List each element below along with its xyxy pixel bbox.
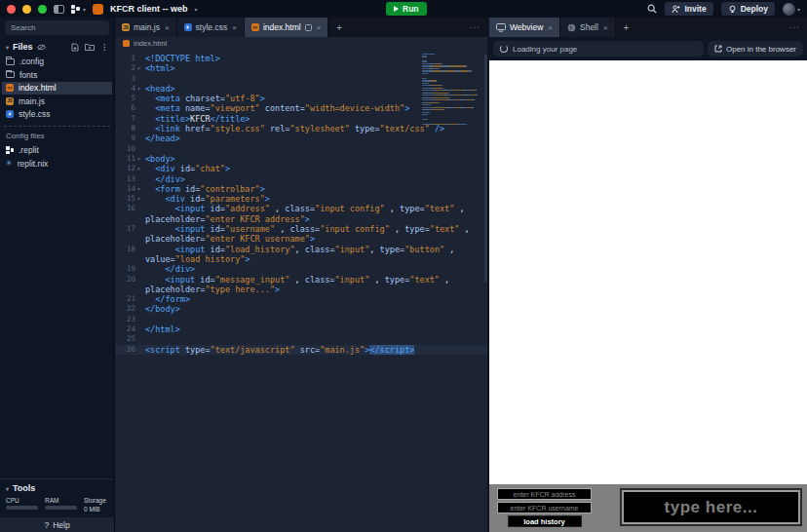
person-plus-icon bbox=[672, 5, 680, 14]
new-right-tab-button[interactable]: + bbox=[616, 18, 637, 37]
new-file-icon[interactable] bbox=[71, 43, 79, 52]
code-row[interactable]: 26<script type="text/javascript" src="ma… bbox=[115, 345, 487, 355]
new-folder-icon[interactable] bbox=[85, 43, 95, 51]
project-menu-chevron-icon[interactable]: ▾ bbox=[195, 6, 198, 13]
code-row[interactable]: 22</body> bbox=[115, 304, 487, 314]
page-load-history-button[interactable]: load history bbox=[508, 515, 582, 527]
code-row[interactable]: value="load history"> bbox=[115, 254, 487, 264]
page-username-input[interactable]: enter KFCR username bbox=[497, 502, 592, 513]
tab-close-icon[interactable]: × bbox=[232, 23, 237, 32]
files-collapse-chevron-icon[interactable]: ▾ bbox=[6, 44, 9, 51]
code-row[interactable]: 11▾<body> bbox=[115, 154, 487, 164]
search-icon[interactable] bbox=[647, 4, 657, 14]
search-input[interactable]: Search bbox=[5, 20, 109, 35]
code-editor[interactable]: 1<!DOCTYPE html>2▾<html>34▾<head>5 <meta… bbox=[115, 51, 487, 532]
code-row[interactable]: 23 bbox=[115, 315, 487, 324]
code-row[interactable]: 20 <input id="message_input" , class="in… bbox=[115, 275, 487, 285]
fold-chevron-icon[interactable]: ▾ bbox=[135, 164, 142, 173]
code-row[interactable]: placeholder="enter KFCR username"> bbox=[115, 234, 487, 244]
code-row[interactable]: 17 <input id="username" , class="input c… bbox=[115, 224, 487, 234]
code-text: <div id="parameters"> bbox=[142, 194, 270, 204]
tab-close-icon[interactable]: × bbox=[548, 23, 553, 32]
breadcrumb: index.html bbox=[115, 37, 487, 51]
resource-meters: CPU RAM Storage 0 MiB bbox=[0, 496, 114, 517]
line-number: 13 bbox=[115, 174, 142, 184]
line-number: 2▾ bbox=[115, 63, 142, 73]
webview-page[interactable]: enter KFCR address enter KFCR username l… bbox=[489, 60, 807, 532]
replit-logo-icon[interactable]: ▾ bbox=[71, 5, 86, 14]
minimap-row bbox=[422, 88, 480, 89]
file-list: .configfonts<>index.htmlJSmain.js#style.… bbox=[0, 55, 114, 121]
fold-chevron-icon[interactable]: ▾ bbox=[135, 154, 142, 164]
code-row[interactable]: 12▾ <div id="chat"> bbox=[115, 164, 487, 173]
line-number: 16 bbox=[115, 204, 142, 213]
tab-close-icon[interactable]: × bbox=[317, 23, 322, 32]
window-zoom-button[interactable] bbox=[38, 5, 47, 14]
fold-chevron-icon[interactable]: ▾ bbox=[135, 63, 142, 73]
account-menu[interactable]: ▾ bbox=[783, 3, 800, 16]
files-header: ▾ Files ⋮ bbox=[0, 37, 114, 55]
invite-button[interactable]: Invite bbox=[665, 2, 712, 16]
page-address-input[interactable]: enter KFCR address bbox=[497, 488, 592, 500]
tab-webview[interactable]: Webview× bbox=[489, 18, 560, 37]
help-button[interactable]: ? Help bbox=[0, 517, 114, 532]
page-message-input[interactable]: type here... bbox=[622, 490, 800, 524]
split-view-icon[interactable] bbox=[305, 24, 312, 31]
play-icon bbox=[394, 6, 399, 12]
code-row[interactable]: 15▾ <div id="parameters"> bbox=[115, 194, 487, 204]
fold-chevron-icon[interactable]: ▾ bbox=[135, 84, 142, 94]
webview-url-bar[interactable]: Loading your page bbox=[493, 41, 704, 57]
code-text: </html> bbox=[142, 324, 180, 334]
page-controlbar: enter KFCR address enter KFCR username l… bbox=[489, 484, 807, 532]
code-row[interactable]: 19 </div> bbox=[115, 264, 487, 274]
code-row[interactable]: 13 </div> bbox=[115, 174, 487, 184]
code-row[interactable]: 8 <link href="style.css" rel="stylesheet… bbox=[115, 124, 487, 133]
file-item[interactable]: JSmain.js bbox=[2, 95, 112, 107]
minimap-row bbox=[422, 63, 480, 64]
code-text: </body> bbox=[142, 304, 180, 314]
tab-shell[interactable]: Shell× bbox=[560, 18, 616, 37]
sidebar-toggle-icon[interactable] bbox=[54, 5, 64, 14]
file-item[interactable]: ✳replit.nix bbox=[2, 157, 112, 170]
file-item-label: fonts bbox=[19, 70, 37, 80]
files-kebab-menu-icon[interactable]: ⋮ bbox=[100, 43, 108, 52]
file-item[interactable]: .replit bbox=[2, 144, 112, 157]
code-row[interactable]: 9</head> bbox=[115, 133, 487, 143]
minimap-row bbox=[422, 114, 480, 115]
tab-main-js[interactable]: JSmain.js× bbox=[115, 18, 177, 37]
tab-close-icon[interactable]: × bbox=[165, 23, 170, 32]
minimap-row bbox=[422, 70, 480, 71]
code-row[interactable]: 10 bbox=[115, 144, 487, 154]
code-row[interactable]: 24</html> bbox=[115, 324, 487, 334]
code-row[interactable]: 16 <input id="address" , class="input co… bbox=[115, 204, 487, 213]
fold-chevron-icon[interactable]: ▾ bbox=[135, 184, 142, 194]
breadcrumb-filename[interactable]: index.html bbox=[134, 39, 167, 48]
code-row[interactable]: placeholder="enter KFCR address"> bbox=[115, 214, 487, 224]
file-item[interactable]: fonts bbox=[2, 68, 112, 81]
fold-chevron-icon[interactable]: ▾ bbox=[135, 194, 142, 204]
code-row[interactable]: 21 </form> bbox=[115, 294, 487, 304]
run-button[interactable]: Run bbox=[386, 2, 427, 16]
code-row[interactable]: 18 <input id="load_history", class="inpu… bbox=[115, 245, 487, 254]
editor-tabbar-options-icon[interactable]: ··· bbox=[463, 18, 487, 37]
tab-index-html[interactable]: <>index.html× bbox=[245, 18, 328, 37]
tab-close-icon[interactable]: × bbox=[603, 23, 608, 32]
tab-style-css[interactable]: #style.css× bbox=[177, 18, 245, 37]
window-minimize-button[interactable] bbox=[22, 5, 31, 14]
new-editor-tab-button[interactable]: + bbox=[328, 18, 350, 37]
tools-header[interactable]: ▾ Tools bbox=[0, 479, 114, 496]
file-item[interactable]: #style.css bbox=[2, 108, 112, 121]
minimap[interactable] bbox=[422, 54, 480, 125]
right-tabbar-options-icon[interactable]: ··· bbox=[783, 18, 807, 37]
editor-scrollbar[interactable] bbox=[484, 54, 487, 283]
open-in-browser-button[interactable]: Open in the browser bbox=[708, 41, 803, 57]
deploy-button[interactable]: Deploy bbox=[721, 2, 775, 16]
code-row[interactable]: 14▾ <form id="controlbar"> bbox=[115, 184, 487, 194]
project-title[interactable]: KFCR client -- web bbox=[110, 4, 188, 14]
code-row[interactable]: placeholder="type here..."> bbox=[115, 285, 487, 294]
file-item[interactable]: .config bbox=[2, 56, 112, 68]
file-item[interactable]: <>index.html bbox=[2, 82, 112, 95]
hidden-files-eye-icon[interactable] bbox=[37, 44, 46, 51]
code-row[interactable]: 25 bbox=[115, 334, 487, 344]
window-close-button[interactable] bbox=[7, 5, 16, 14]
